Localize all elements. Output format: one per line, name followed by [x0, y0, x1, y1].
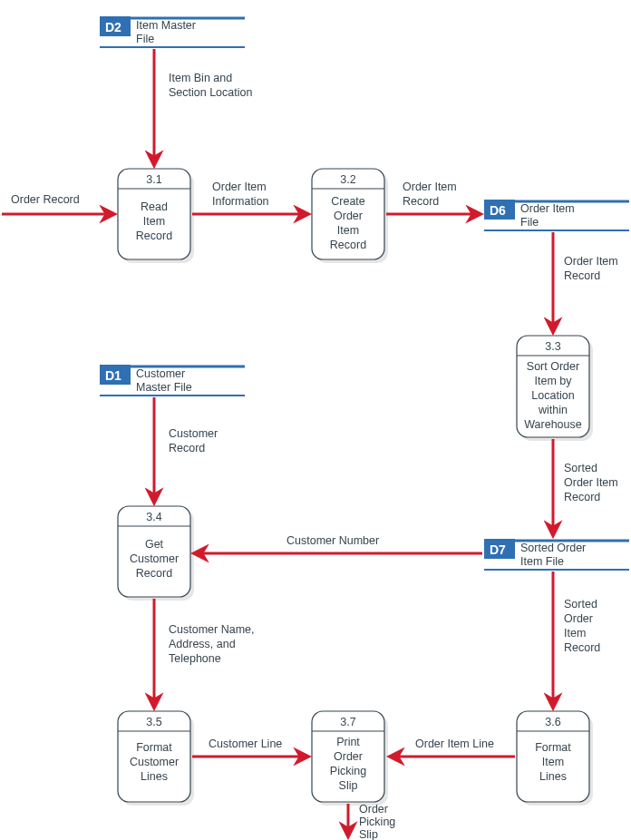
- p37-l3: Picking: [330, 765, 366, 777]
- p35-l2: Customer: [130, 756, 179, 768]
- d1-id: D1: [105, 368, 121, 383]
- p35-num: 3.5: [146, 716, 161, 728]
- flow-ops-l3: Slip: [359, 828, 378, 840]
- p31-l3: Record: [136, 230, 172, 242]
- flow-cr-l1: Customer: [169, 427, 218, 440]
- process-3-3: 3.3 Sort Order Item by Location within W…: [517, 336, 593, 441]
- process-3-1: 3.1 Read Item Record: [118, 169, 194, 263]
- flow-cnat-l2: Address, and: [169, 638, 236, 650]
- d7-name-l2: Item File: [520, 555, 564, 568]
- p37-l2: Order: [334, 750, 363, 763]
- d6-name-l1: Order Item: [520, 202, 575, 215]
- p37-num: 3.7: [340, 716, 355, 728]
- d1-name-l1: Customer: [136, 367, 185, 380]
- datastore-d2: D2 Item Master File: [100, 16, 245, 49]
- d2-name-l2: File: [136, 33, 154, 45]
- flow-soir-l2: Order Item: [564, 476, 618, 489]
- flow-oir2-l1: Order Item: [564, 255, 618, 268]
- process-3-6: 3.6 Format Item Lines: [517, 711, 593, 806]
- flow-soir-l3: Record: [564, 491, 600, 503]
- p36-l2: Item: [542, 756, 564, 768]
- p33-l5: Warehouse: [524, 418, 582, 431]
- datastore-d7: D7 Sorted Order Item File: [484, 539, 629, 571]
- p33-l2: Item by: [535, 375, 573, 387]
- flow-order-record-label: Order Record: [11, 193, 80, 206]
- p37-l4: Slip: [339, 779, 358, 792]
- p37-l1: Print: [336, 736, 360, 748]
- p33-num: 3.3: [545, 340, 560, 353]
- process-3-7: 3.7 Print Order Picking Slip: [312, 711, 388, 806]
- flow-orderitemline: Order Item Line: [415, 737, 494, 750]
- datastore-d1: D1 Customer Master File: [100, 365, 245, 397]
- flow-item-bin-l1: Item Bin and: [169, 72, 232, 84]
- flow-cnat-l3: Telephone: [169, 652, 221, 665]
- p32-l2: Order: [334, 210, 363, 222]
- p32-l3: Item: [337, 224, 359, 237]
- flow-ops-l2: Picking: [359, 816, 395, 828]
- flow-cr-l2: Record: [169, 442, 205, 454]
- flow-custnum: Customer Number: [286, 534, 379, 547]
- p35-l3: Lines: [141, 770, 168, 783]
- process-3-5: 3.5 Format Customer Lines: [118, 711, 194, 806]
- flow-soir2-l2: Order: [564, 612, 593, 625]
- process-3-4: 3.4 Get Customer Record: [118, 506, 194, 601]
- flow-custline: Customer Line: [209, 737, 282, 750]
- p34-l2: Customer: [130, 552, 179, 565]
- p34-l1: Get: [145, 538, 164, 551]
- flow-soir2-l3: Item: [564, 627, 586, 640]
- p31-l1: Read: [141, 200, 168, 213]
- flow-ops-l1: Order: [359, 803, 388, 816]
- p34-l3: Record: [136, 567, 172, 580]
- p32-num: 3.2: [340, 173, 355, 186]
- p32-l1: Create: [331, 195, 365, 208]
- dfd-diagram: D2 Item Master File D6 Order Item File D…: [0, 0, 631, 840]
- flow-oii-l1: Order Item: [212, 181, 267, 193]
- p32-l4: Record: [330, 239, 366, 251]
- flow-cnat-l1: Customer Name,: [169, 623, 254, 636]
- flow-soir2-l1: Sorted: [564, 598, 597, 610]
- p35-l1: Format: [136, 741, 172, 754]
- datastore-d6: D6 Order Item File: [484, 200, 629, 232]
- flow-oir-l2: Record: [403, 195, 439, 208]
- p31-num: 3.1: [146, 173, 161, 186]
- flow-oir2-l2: Record: [564, 269, 600, 282]
- d6-id: D6: [490, 203, 506, 218]
- p34-num: 3.4: [146, 511, 161, 523]
- d6-name-l2: File: [520, 216, 539, 229]
- d1-name-l2: Master File: [136, 381, 192, 394]
- p31-l2: Item: [143, 215, 165, 228]
- d7-name-l1: Sorted Order: [520, 542, 586, 554]
- d2-name-l1: Item Master: [136, 19, 196, 32]
- process-3-2: 3.2 Create Order Item Record: [312, 169, 388, 263]
- p33-l3: Location: [531, 389, 574, 402]
- p36-num: 3.6: [545, 716, 560, 728]
- p33-l1: Sort Order: [527, 360, 579, 373]
- d7-id: D7: [490, 542, 506, 557]
- d2-id: D2: [105, 20, 121, 34]
- flow-item-bin-l2: Section Location: [169, 86, 252, 99]
- flow-soir-l1: Sorted: [564, 462, 597, 474]
- p36-l1: Format: [535, 741, 571, 754]
- p33-l4: within: [538, 404, 568, 416]
- flow-soir2-l4: Record: [564, 641, 600, 654]
- flow-oir-l1: Order Item: [403, 181, 457, 193]
- p36-l3: Lines: [539, 770, 567, 783]
- flow-oii-l2: Information: [212, 195, 269, 208]
